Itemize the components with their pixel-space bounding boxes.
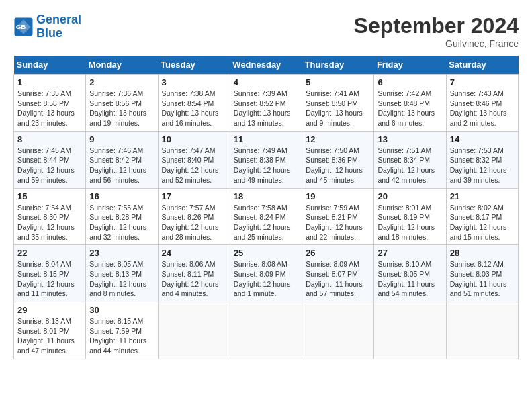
- day-number: 10: [162, 134, 226, 144]
- day-number: 25: [234, 248, 298, 258]
- day-number: 26: [306, 248, 370, 258]
- calendar-cell: [446, 302, 518, 359]
- day-number: 6: [378, 77, 442, 87]
- day-number: 24: [162, 248, 226, 258]
- logo-icon: GB: [13, 17, 34, 37]
- day-number: 12: [306, 134, 370, 144]
- calendar-cell: 16Sunrise: 7:55 AM Sunset: 8:28 PM Dayli…: [86, 188, 158, 245]
- day-detail: Sunrise: 8:15 AM Sunset: 7:59 PM Dayligh…: [89, 316, 154, 356]
- calendar-cell: [230, 302, 302, 359]
- day-number: 27: [378, 248, 442, 258]
- calendar-cell: 15Sunrise: 7:54 AM Sunset: 8:30 PM Dayli…: [14, 188, 86, 245]
- day-detail: Sunrise: 7:36 AM Sunset: 8:56 PM Dayligh…: [89, 89, 154, 128]
- day-detail: Sunrise: 7:39 AM Sunset: 8:52 PM Dayligh…: [234, 89, 298, 128]
- calendar-cell: 25Sunrise: 8:08 AM Sunset: 8:09 PM Dayli…: [230, 245, 302, 302]
- day-number: 19: [306, 191, 370, 201]
- day-detail: Sunrise: 7:47 AM Sunset: 8:40 PM Dayligh…: [162, 146, 226, 185]
- day-number: 13: [378, 134, 442, 144]
- day-detail: Sunrise: 7:41 AM Sunset: 8:50 PM Dayligh…: [306, 89, 370, 128]
- calendar-cell: 20Sunrise: 8:01 AM Sunset: 8:19 PM Dayli…: [374, 188, 446, 245]
- day-number: 7: [450, 77, 515, 87]
- calendar-cell: 24Sunrise: 8:06 AM Sunset: 8:11 PM Dayli…: [158, 245, 230, 302]
- calendar-cell: [374, 302, 446, 359]
- day-number: 28: [450, 248, 515, 258]
- calendar-week-1: 1Sunrise: 7:35 AM Sunset: 8:58 PM Daylig…: [14, 75, 519, 132]
- day-detail: Sunrise: 7:49 AM Sunset: 8:38 PM Dayligh…: [234, 146, 298, 185]
- calendar-cell: 13Sunrise: 7:51 AM Sunset: 8:34 PM Dayli…: [374, 131, 446, 188]
- calendar-cell: 6Sunrise: 7:42 AM Sunset: 8:48 PM Daylig…: [374, 75, 446, 132]
- column-header-sunday: Sunday: [14, 56, 86, 75]
- calendar-cell: 17Sunrise: 7:57 AM Sunset: 8:26 PM Dayli…: [158, 188, 230, 245]
- day-detail: Sunrise: 8:05 AM Sunset: 8:13 PM Dayligh…: [89, 259, 154, 299]
- calendar-cell: 4Sunrise: 7:39 AM Sunset: 8:52 PM Daylig…: [230, 75, 302, 132]
- day-number: 14: [450, 134, 515, 144]
- calendar-week-2: 8Sunrise: 7:45 AM Sunset: 8:44 PM Daylig…: [14, 131, 519, 188]
- logo: GB General Blue: [13, 13, 81, 40]
- day-number: 18: [234, 191, 298, 201]
- day-number: 5: [306, 77, 370, 87]
- calendar-cell: 14Sunrise: 7:53 AM Sunset: 8:32 PM Dayli…: [446, 131, 518, 188]
- calendar-cell: [302, 302, 374, 359]
- calendar-cell: 22Sunrise: 8:04 AM Sunset: 8:15 PM Dayli…: [14, 245, 86, 302]
- column-header-monday: Monday: [86, 56, 158, 75]
- column-header-friday: Friday: [374, 56, 446, 75]
- calendar-cell: 1Sunrise: 7:35 AM Sunset: 8:58 PM Daylig…: [14, 75, 86, 132]
- day-number: 23: [89, 248, 154, 258]
- page-header: GB General Blue September 2024 Guilvinec…: [13, 13, 519, 49]
- day-detail: Sunrise: 8:13 AM Sunset: 8:01 PM Dayligh…: [17, 316, 82, 356]
- day-number: 11: [234, 134, 298, 144]
- calendar-cell: 26Sunrise: 8:09 AM Sunset: 8:07 PM Dayli…: [302, 245, 374, 302]
- day-number: 21: [450, 191, 515, 201]
- day-detail: Sunrise: 8:02 AM Sunset: 8:17 PM Dayligh…: [450, 203, 515, 242]
- calendar-cell: [158, 302, 230, 359]
- calendar-cell: 18Sunrise: 7:58 AM Sunset: 8:24 PM Dayli…: [230, 188, 302, 245]
- calendar-cell: 30Sunrise: 8:15 AM Sunset: 7:59 PM Dayli…: [86, 302, 158, 359]
- column-header-thursday: Thursday: [302, 56, 374, 75]
- logo-text: General Blue: [36, 13, 81, 40]
- day-detail: Sunrise: 7:51 AM Sunset: 8:34 PM Dayligh…: [378, 146, 442, 185]
- column-header-wednesday: Wednesday: [230, 56, 302, 75]
- calendar-cell: 10Sunrise: 7:47 AM Sunset: 8:40 PM Dayli…: [158, 131, 230, 188]
- day-detail: Sunrise: 7:59 AM Sunset: 8:21 PM Dayligh…: [306, 203, 370, 242]
- header-row: SundayMondayTuesdayWednesdayThursdayFrid…: [14, 56, 519, 75]
- day-detail: Sunrise: 8:06 AM Sunset: 8:11 PM Dayligh…: [162, 259, 226, 299]
- day-detail: Sunrise: 7:57 AM Sunset: 8:26 PM Dayligh…: [162, 203, 226, 242]
- column-header-tuesday: Tuesday: [158, 56, 230, 75]
- day-detail: Sunrise: 8:04 AM Sunset: 8:15 PM Dayligh…: [17, 259, 82, 299]
- day-number: 30: [89, 305, 154, 315]
- day-number: 1: [17, 77, 82, 87]
- day-detail: Sunrise: 7:55 AM Sunset: 8:28 PM Dayligh…: [89, 203, 154, 242]
- day-detail: Sunrise: 8:10 AM Sunset: 8:05 PM Dayligh…: [378, 259, 442, 299]
- day-number: 4: [234, 77, 298, 87]
- calendar-cell: 19Sunrise: 7:59 AM Sunset: 8:21 PM Dayli…: [302, 188, 374, 245]
- day-detail: Sunrise: 7:45 AM Sunset: 8:44 PM Dayligh…: [17, 146, 82, 185]
- calendar-cell: 12Sunrise: 7:50 AM Sunset: 8:36 PM Dayli…: [302, 131, 374, 188]
- day-number: 8: [17, 134, 82, 144]
- calendar-cell: 8Sunrise: 7:45 AM Sunset: 8:44 PM Daylig…: [14, 131, 86, 188]
- calendar-cell: 23Sunrise: 8:05 AM Sunset: 8:13 PM Dayli…: [86, 245, 158, 302]
- location: Guilvinec, France: [354, 38, 519, 49]
- calendar-cell: 2Sunrise: 7:36 AM Sunset: 8:56 PM Daylig…: [86, 75, 158, 132]
- calendar-cell: 7Sunrise: 7:43 AM Sunset: 8:46 PM Daylig…: [446, 75, 518, 132]
- title-block: September 2024 Guilvinec, France: [354, 13, 519, 49]
- calendar-week-3: 15Sunrise: 7:54 AM Sunset: 8:30 PM Dayli…: [14, 188, 519, 245]
- day-detail: Sunrise: 7:43 AM Sunset: 8:46 PM Dayligh…: [450, 89, 515, 128]
- svg-text:GB: GB: [16, 23, 26, 30]
- calendar-table: SundayMondayTuesdayWednesdayThursdayFrid…: [13, 56, 519, 359]
- day-detail: Sunrise: 7:38 AM Sunset: 8:54 PM Dayligh…: [162, 89, 226, 128]
- day-number: 22: [17, 248, 82, 258]
- calendar-cell: 29Sunrise: 8:13 AM Sunset: 8:01 PM Dayli…: [14, 302, 86, 359]
- day-number: 9: [89, 134, 154, 144]
- calendar-cell: 9Sunrise: 7:46 AM Sunset: 8:42 PM Daylig…: [86, 131, 158, 188]
- day-number: 3: [162, 77, 226, 87]
- calendar-cell: 3Sunrise: 7:38 AM Sunset: 8:54 PM Daylig…: [158, 75, 230, 132]
- day-detail: Sunrise: 7:53 AM Sunset: 8:32 PM Dayligh…: [450, 146, 515, 185]
- calendar-week-4: 22Sunrise: 8:04 AM Sunset: 8:15 PM Dayli…: [14, 245, 519, 302]
- day-detail: Sunrise: 8:08 AM Sunset: 8:09 PM Dayligh…: [234, 259, 298, 299]
- calendar-cell: 5Sunrise: 7:41 AM Sunset: 8:50 PM Daylig…: [302, 75, 374, 132]
- calendar-cell: 11Sunrise: 7:49 AM Sunset: 8:38 PM Dayli…: [230, 131, 302, 188]
- calendar-cell: 21Sunrise: 8:02 AM Sunset: 8:17 PM Dayli…: [446, 188, 518, 245]
- day-detail: Sunrise: 7:58 AM Sunset: 8:24 PM Dayligh…: [234, 203, 298, 242]
- month-title: September 2024: [354, 13, 519, 38]
- day-detail: Sunrise: 8:09 AM Sunset: 8:07 PM Dayligh…: [306, 259, 370, 299]
